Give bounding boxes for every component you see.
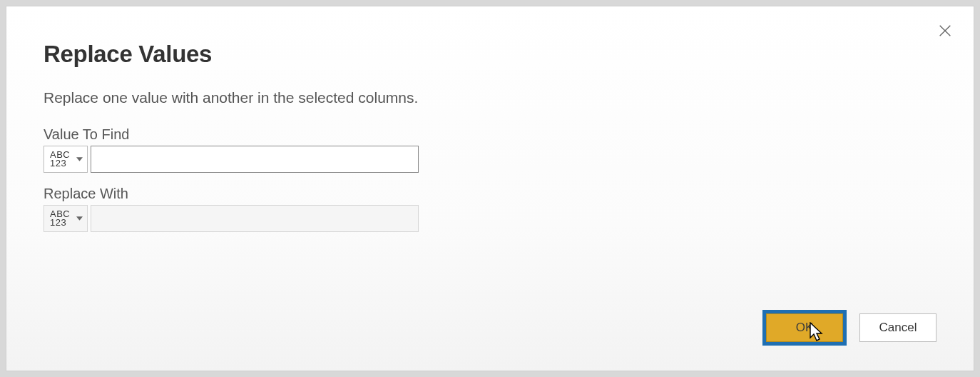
value-to-find-label: Value To Find	[44, 126, 936, 143]
close-icon	[937, 23, 953, 41]
dialog-subtitle: Replace one value with another in the se…	[44, 89, 936, 106]
value-to-find-input[interactable]	[91, 146, 419, 173]
ok-button-label: OK	[796, 321, 814, 335]
chevron-down-icon	[76, 216, 83, 221]
svg-marker-3	[76, 216, 83, 220]
input-row-find: ABC 123	[44, 146, 936, 173]
replace-with-label: Replace With	[44, 186, 936, 202]
dialog-title: Replace Values	[44, 41, 936, 68]
svg-marker-2	[76, 157, 83, 161]
cancel-button-label: Cancel	[879, 321, 917, 335]
field-group-replace: Replace With ABC 123	[44, 186, 936, 232]
cancel-button[interactable]: Cancel	[859, 313, 936, 342]
close-button[interactable]	[934, 21, 956, 44]
replace-values-dialog: Replace Values Replace one value with an…	[6, 6, 974, 371]
chevron-down-icon	[76, 157, 83, 161]
input-row-replace: ABC 123	[44, 205, 936, 232]
dialog-button-row: OK Cancel	[762, 310, 936, 346]
type-selector-replace[interactable]: ABC 123	[44, 205, 88, 232]
type-any-icon: ABC 123	[50, 210, 70, 227]
type-any-icon: ABC 123	[50, 151, 70, 168]
type-selector-find[interactable]: ABC 123	[44, 146, 88, 173]
field-group-find: Value To Find ABC 123	[44, 126, 936, 173]
replace-with-input[interactable]	[91, 205, 419, 232]
ok-button-highlight: OK	[762, 310, 847, 346]
ok-button[interactable]: OK	[766, 313, 843, 342]
